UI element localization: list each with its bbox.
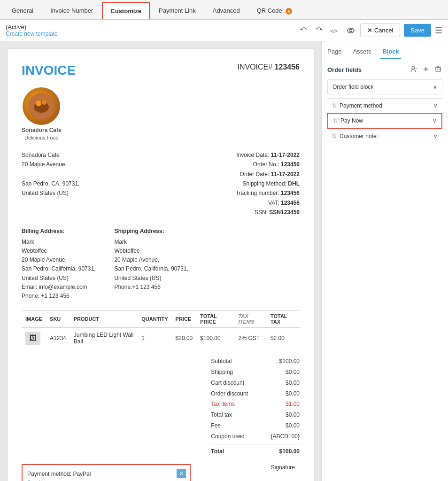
- pay-now-drag-icon: ⇅: [333, 117, 338, 124]
- table-row: 🖼 A1234 Jumbing LED Light Wall Ball 1 $2…: [22, 328, 300, 349]
- svg-point-6: [42, 100, 46, 105]
- right-panel: Page Assets Block Order fields: [321, 41, 448, 481]
- tab-payment-link[interactable]: Payment Link: [151, 2, 204, 19]
- customer-note-item[interactable]: ⇅ Customer note: ∨: [327, 129, 442, 143]
- toolbar-left: (Active) Create new template: [6, 23, 289, 37]
- shipping-address: Shipping Address: Mark Webtoffee 20 Mapl…: [114, 227, 188, 301]
- col-product: PRODUCT: [70, 310, 138, 328]
- add-person-button[interactable]: [409, 65, 418, 75]
- logo-image: [23, 87, 60, 125]
- row-price: $20.00: [172, 328, 197, 349]
- order-field-block-chevron: ∨: [433, 84, 437, 90]
- invoice-title: INVOICE: [22, 63, 76, 78]
- svg-point-2: [349, 29, 352, 31]
- order-field-block-group: Order field block ∨: [327, 79, 442, 94]
- row-product: Jumbing LED Light Wall Ball: [70, 328, 138, 349]
- billing-address: Billing Address: Mark Webtoffee 20 Maple…: [22, 227, 95, 301]
- row-total-tax: $2.00: [267, 328, 300, 349]
- invoice-number: INVOICE# 123456: [237, 63, 300, 71]
- invoice-header: INVOICE INVOICE# 123456: [22, 63, 300, 78]
- invoice-details: Invoice Date: 11-17-2022 Order No.: 1234…: [236, 150, 300, 217]
- order-field-block-header[interactable]: Order field block ∨: [328, 80, 442, 94]
- payment-method-text: Payment method: PayPal: [27, 470, 185, 479]
- customer-note-chevron[interactable]: ∨: [433, 133, 438, 140]
- billing-section: Billing Address: Mark Webtoffee 20 Maple…: [22, 227, 300, 301]
- row-image: 🖼: [22, 328, 46, 349]
- invoice-paper: INVOICE INVOICE# 123456: [8, 49, 314, 481]
- col-tax-items: TAX ITEMS: [235, 310, 267, 328]
- row-tax-items: 2% GST: [235, 328, 267, 349]
- row-sku: A1234: [46, 328, 70, 349]
- invoice-table: IMAGE SKU PRODUCT QUANTITY PRICE TOTAL P…: [22, 310, 300, 349]
- html-button[interactable]: </>: [328, 25, 341, 36]
- totals-section: Subtotal $100.00 Shipping $0.00 Cart dis…: [22, 356, 300, 457]
- svg-text:</>: </>: [330, 28, 338, 34]
- main-layout: INVOICE INVOICE# 123456: [0, 41, 448, 481]
- customer-note-drag-icon: ⇅: [332, 133, 337, 140]
- menu-icon[interactable]: ☰: [435, 25, 442, 36]
- panel-section-title: Order fields: [327, 66, 362, 73]
- panel-tabs: Page Assets Block: [322, 41, 448, 59]
- drag-icon: ⇅: [332, 102, 337, 109]
- add-field-button[interactable]: [422, 65, 430, 75]
- create-template-link[interactable]: Create new template: [6, 31, 289, 37]
- totals-table: Subtotal $100.00 Shipping $0.00 Cart dis…: [211, 356, 300, 457]
- panel-section-header: Order fields: [327, 65, 442, 75]
- redo-button[interactable]: [313, 25, 324, 36]
- tab-invoice-number[interactable]: Invoice Number: [42, 2, 101, 19]
- svg-point-5: [36, 101, 41, 106]
- tab-advanced[interactable]: Advanced: [205, 2, 248, 19]
- address-section: Soñadora Cafe 20 Maple Avenue, San Pedro…: [22, 150, 300, 217]
- panel-tab-page[interactable]: Page: [325, 45, 343, 59]
- tab-general[interactable]: General: [4, 2, 41, 19]
- payment-block: ✕ Payment method: PayPal Pay Now Custome…: [22, 464, 191, 481]
- payment-method-item[interactable]: ⇅ Payment method: ∨: [327, 98, 442, 113]
- signature-area: Signature: [271, 464, 300, 471]
- pay-now-link[interactable]: Pay Now: [27, 479, 185, 481]
- from-address: Soñadora Cafe 20 Maple Avenue, San Pedro…: [22, 150, 79, 217]
- col-total-tax: TOTAL TAX: [267, 310, 300, 328]
- delete-field-button[interactable]: [434, 65, 442, 75]
- svg-point-29: [412, 66, 415, 69]
- qr-code-badge: ★: [286, 8, 292, 15]
- tab-bar: General Invoice Number Customize Payment…: [0, 0, 448, 20]
- pay-now-item[interactable]: ⇅ Pay Now ∨: [327, 113, 442, 129]
- col-sku: SKU: [46, 310, 70, 328]
- toolbar-icons: </>: [298, 25, 356, 36]
- toolbar: (Active) Create new template </>: [0, 20, 448, 41]
- svg-rect-34: [436, 68, 440, 71]
- panel-content: Order fields: [322, 59, 448, 481]
- col-price: PRICE: [172, 310, 197, 328]
- panel-tab-block[interactable]: Block: [380, 45, 401, 59]
- col-quantity: QUANTITY: [138, 310, 171, 328]
- toolbar-right: ✕ Cancel Save ☰: [360, 23, 442, 37]
- preview-button[interactable]: [345, 25, 356, 36]
- col-total-price: TOTAL PRICE: [196, 310, 234, 328]
- payment-close-button[interactable]: ✕: [177, 469, 186, 478]
- row-quantity: 1: [138, 328, 171, 349]
- row-total-price: $100.00: [196, 328, 234, 349]
- payment-method-chevron[interactable]: ∨: [433, 102, 438, 109]
- col-image: IMAGE: [22, 310, 46, 328]
- pay-now-chevron[interactable]: ∨: [433, 117, 437, 124]
- save-button[interactable]: Save: [404, 24, 431, 37]
- tab-customize[interactable]: Customize: [102, 2, 150, 19]
- panel-section-icons: [409, 65, 442, 75]
- logo-area: Soñadora Cafe Delicious Food: [22, 87, 300, 141]
- svg-point-1: [348, 28, 354, 33]
- logo-text: Soñadora Cafe Delicious Food: [22, 127, 62, 141]
- invoice-area: INVOICE INVOICE# 123456: [0, 41, 321, 481]
- panel-tab-assets[interactable]: Assets: [351, 45, 373, 59]
- cancel-button[interactable]: ✕ Cancel: [360, 23, 400, 37]
- tab-qr-code[interactable]: QR Code ★: [249, 2, 301, 19]
- status-text: (Active): [6, 23, 289, 31]
- undo-button[interactable]: [298, 25, 309, 36]
